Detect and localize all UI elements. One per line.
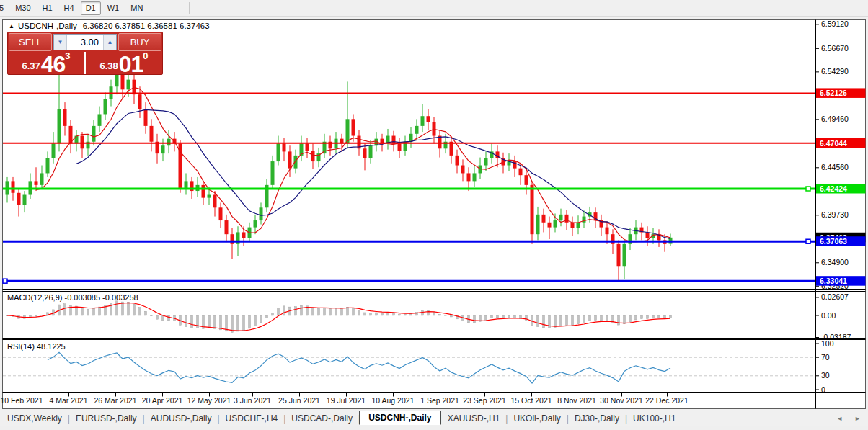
sell-price-small: 6.37	[22, 61, 40, 71]
price-tick-label: 6.54290	[821, 67, 849, 76]
volume-spinner[interactable]: ▼ 3.00 ▲	[53, 34, 117, 50]
date-tick-label: 25 Jun 2021	[278, 396, 320, 405]
collapse-arrow-icon[interactable]: ▲	[9, 23, 14, 30]
rsi-tick-label: 0	[821, 385, 825, 394]
sell-button[interactable]: SELL	[9, 33, 52, 51]
one-click-trading-panel: SELL ▼ 3.00 ▲ BUY 6.37463 6.38010	[7, 32, 163, 75]
date-tick-label: 3 Jun 2021	[234, 396, 271, 405]
buy-button[interactable]: BUY	[118, 33, 161, 51]
macd-indicator-label: MACD(12,26,9) -0.003085 -0.003258	[7, 293, 138, 302]
trading-terminal: 5M30H1H4D1W1MN 6.591206.566706.542906.49…	[0, 0, 868, 430]
price-tick-label: 6.44560	[821, 163, 849, 171]
chart-window	[3, 20, 866, 409]
date-tick-label: 26 Mar 2021	[94, 396, 137, 405]
sell-price-sup: 3	[65, 50, 70, 61]
rsi-indicator-label: RSI(14) 48.1225	[7, 342, 66, 351]
price-tick-label: 6.56670	[821, 44, 849, 53]
svg-text:6.37063: 6.37063	[820, 237, 847, 246]
price-tick-label: 6.59120	[821, 19, 849, 28]
macd-tick-label: 0.00	[821, 311, 836, 320]
date-tick-label: 1 Sep 2021	[420, 396, 459, 405]
volume-value[interactable]: 3.00	[67, 35, 103, 50]
sell-price[interactable]: 6.37463	[8, 52, 84, 74]
volume-increase-icon[interactable]: ▲	[103, 35, 116, 50]
rsi-tick-label: 70	[821, 353, 830, 362]
date-tick-label: 10 Feb 2021	[1, 396, 43, 405]
svg-text:6.42424: 6.42424	[820, 184, 847, 193]
line-handle[interactable]	[3, 279, 7, 283]
line-handle[interactable]	[806, 187, 810, 191]
chart-symbol-label: USDCNH-,Daily	[18, 22, 77, 30]
volume-decrease-icon[interactable]: ▼	[54, 35, 67, 50]
date-tick-label: 22 Dec 2021	[645, 396, 688, 405]
svg-text:6.47044: 6.47044	[820, 139, 847, 148]
buy-price-big: 01	[119, 55, 143, 73]
chart-title: ▲USDCNH-,Daily6.36820 6.37851 6.36581 6.…	[9, 22, 210, 30]
svg-text:6.33041: 6.33041	[820, 277, 847, 285]
rsi-tick-label: 100	[821, 339, 834, 348]
line-handle[interactable]	[806, 239, 810, 243]
macd-tick-label: 0.02607	[821, 292, 849, 301]
buy-price-small: 6.38	[99, 61, 118, 71]
date-tick-label: 23 Sep 2021	[463, 396, 506, 405]
date-tick-label: 12 May 2021	[187, 396, 231, 405]
chart-ohlc-values: 6.36820 6.37851 6.36581 6.37463	[83, 22, 210, 30]
buy-price-sup: 0	[143, 50, 148, 61]
date-tick-label: 20 Apr 2021	[142, 396, 183, 405]
date-tick-label: 8 Nov 2021	[557, 396, 596, 405]
sell-price-big: 46	[41, 55, 66, 73]
rsi-tick-label: 30	[821, 371, 830, 380]
buy-price[interactable]: 6.38010	[86, 52, 162, 74]
date-tick-label: 30 Nov 2021	[600, 396, 643, 405]
date-tick-label: 10 Aug 2021	[372, 396, 415, 405]
svg-text:6.52126: 6.52126	[820, 89, 847, 97]
date-tick-label: 4 Mar 2021	[49, 396, 87, 405]
price-tick-label: 6.34900	[821, 258, 849, 266]
price-tick-label: 6.49460	[821, 115, 849, 123]
date-tick-label: 19 Jul 2021	[327, 396, 366, 405]
price-tick-label: 6.39730	[821, 210, 849, 219]
date-tick-label: 15 Oct 2021	[510, 396, 552, 405]
